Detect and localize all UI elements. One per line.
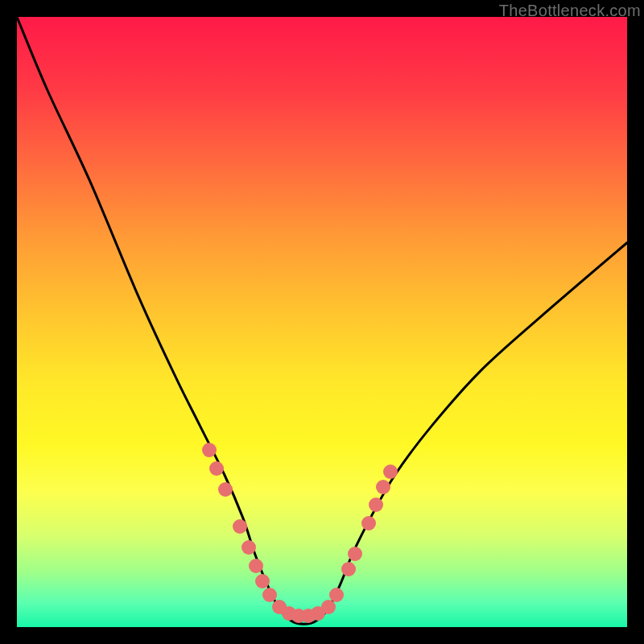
curve-marker <box>262 588 277 602</box>
curve-marker <box>321 600 336 614</box>
curve-marker <box>361 516 376 530</box>
curve-marker <box>369 497 383 512</box>
curve-marker <box>341 562 356 576</box>
curve-marker <box>376 480 390 494</box>
curve-marker <box>242 540 256 555</box>
curve-marker <box>249 559 263 573</box>
curve-marker <box>218 482 233 497</box>
curve-marker <box>348 547 362 561</box>
curve-marker <box>209 461 224 476</box>
curve-marker <box>233 519 247 534</box>
curve-marker <box>255 574 270 588</box>
curve-marker <box>202 443 217 457</box>
watermark-text: TheBottleneck.com <box>499 2 641 20</box>
curve-layer <box>17 17 627 627</box>
outer-frame: TheBottleneck.com <box>0 0 644 644</box>
bottleneck-curve <box>17 17 627 624</box>
curve-marker <box>329 588 344 602</box>
plot-area <box>17 17 627 627</box>
curve-marker <box>383 464 398 479</box>
